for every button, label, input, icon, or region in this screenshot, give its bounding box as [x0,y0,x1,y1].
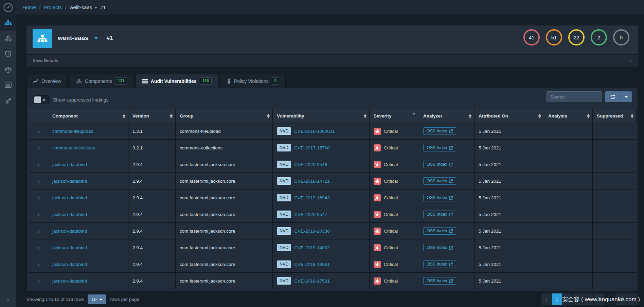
analyzer-oss-index-button[interactable]: OSS Index [423,244,456,251]
group-cell: com.fasterxml.jackson.core [180,195,235,200]
breadcrumb-home-link[interactable]: Home [22,4,36,10]
expand-row-chevron[interactable]: › [29,256,48,272]
column-header[interactable] [29,109,48,123]
tab-badge: 131 [115,77,127,84]
cve-link[interactable]: CVE-2018-19361 [294,262,329,267]
app-logo[interactable] [0,0,16,15]
tab-policy-violations[interactable]: Policy Violations 0 [220,74,286,88]
analyzer-oss-index-button[interactable]: OSS Index [423,227,456,235]
sidebar-item-administration[interactable] [0,93,16,109]
table-header-row: Component Version Group Vulne [29,109,636,123]
breadcrumb-project-name: weiit-saas [70,4,92,10]
column-header[interactable]: Analyzer [419,109,475,123]
group-cell: com.fasterxml.jackson.core [180,262,235,267]
expand-row-chevron[interactable]: › [29,156,48,173]
columns-dropdown-button[interactable] [621,91,632,102]
column-header[interactable]: Version [128,109,176,123]
column-header-label: Component [52,113,78,119]
column-header[interactable]: Suppressed [593,109,637,123]
page-size-select[interactable]: 10 [88,294,106,304]
expand-row-chevron[interactable]: › [29,140,48,156]
analyzer-oss-index-button[interactable]: OSS Index [423,260,456,268]
cve-link[interactable]: CVE-2019-14892 [294,245,329,250]
component-link[interactable]: jackson-databind [52,229,87,234]
column-header[interactable]: Vulnerability [273,109,370,123]
sidebar-item-projects[interactable] [0,15,16,31]
external-link-icon [449,179,453,183]
showing-rows-text: Showing 1 to 10 of 116 rows [26,297,84,302]
sidebar-item-licenses[interactable] [0,62,16,77]
analyzer-oss-index-button[interactable]: OSS Index [423,127,456,135]
column-header[interactable]: Component [48,109,128,123]
analyzer-oss-index-button[interactable]: OSS Index [423,194,456,201]
expand-row-chevron[interactable]: › [29,206,48,222]
component-link[interactable]: jackson-databind [52,195,87,200]
component-link[interactable]: jackson-databind [52,245,87,250]
column-header[interactable]: Severity [370,109,419,123]
table-row: › jackson-databind 2.9.4 com.fasterxml.j… [29,173,636,189]
analyzer-label: OSS Index [427,229,447,233]
show-suppressed-toggle[interactable]: × [33,95,49,104]
analyzer-oss-index-button[interactable]: OSS Index [423,144,456,151]
expand-row-chevron[interactable]: › [29,173,48,189]
tab-components[interactable]: Components 131 [70,74,133,88]
analyzer-oss-index-button[interactable]: OSS Index [423,211,456,218]
expand-row-chevron[interactable]: › [29,273,48,289]
component-link[interactable]: jackson-databind [52,262,87,267]
component-link[interactable]: commons-fileupload [52,129,93,134]
cve-link[interactable]: CVE-2016-1000031 [294,129,335,134]
severity-label: Critical [384,195,398,200]
external-link-icon [449,263,453,266]
metric-ring-value: 41 [529,35,535,40]
analyzer-label: OSS Index [427,212,447,217]
expand-row-chevron[interactable]: › [29,189,48,206]
sidebar-item-components[interactable] [0,31,16,46]
tab-overview[interactable]: Overview [26,74,68,88]
search-input[interactable] [547,91,602,102]
cve-link[interactable]: CVE-2019-20330 [294,229,329,234]
cve-link[interactable]: CVE-2019-16943 [294,195,329,200]
sidebar-item-vulnerabilities[interactable] [0,46,16,62]
expand-row-chevron[interactable]: › [29,239,48,256]
analyzer-oss-index-button[interactable]: OSS Index [423,277,456,285]
cve-link[interactable]: CVE-2020-9546 [294,162,327,167]
column-header-label: Vulnerability [277,113,304,119]
component-link[interactable]: jackson-databind [52,278,87,284]
sidebar-item-vulnerability-audit[interactable] [0,77,16,93]
view-details-bar[interactable]: View Details › [26,54,638,67]
analyzer-oss-index-button[interactable]: OSS Index [423,161,456,168]
cve-link[interactable]: CVE-2017-15708 [294,145,329,150]
severity-badge [374,277,381,285]
column-header[interactable]: Group [176,109,273,123]
expand-row-chevron[interactable]: › [29,223,48,239]
breadcrumb-projects-link[interactable]: Projects [43,4,62,10]
attributed-on-cell: 5 Jan 2021 [479,278,501,284]
component-link[interactable]: jackson-databind [52,179,87,184]
project-version-dropdown-caret[interactable] [94,37,99,39]
refresh-button[interactable] [605,91,621,102]
show-suppressed-label: Show suppressed findings [53,97,108,103]
tab-audit-vulnerabilities[interactable]: Audit Vulnerabilities 116 [136,74,218,88]
component-link[interactable]: commons-collections [52,145,95,150]
cve-link[interactable]: CVE-2019-17531 [294,278,329,284]
cve-link[interactable]: CVE-2020-9547 [294,212,327,217]
breadcrumb-caret-icon: ▸ [95,5,97,9]
metric-ring: 2 [591,29,607,46]
column-header[interactable]: Analysis [544,109,593,123]
expand-row-chevron[interactable]: › [29,123,48,139]
external-link-icon [449,229,453,233]
vuln-source-badge: NVD [277,144,291,151]
attributed-on-cell: 5 Jan 2021 [479,229,501,234]
page-button[interactable]: ‹ [541,293,552,305]
table-row: › jackson-databind 2.9.4 com.fasterxml.j… [29,156,636,173]
bug-icon [375,162,380,167]
component-link[interactable]: jackson-databind [52,162,87,167]
chart-line-icon [33,79,38,84]
page-button[interactable]: 1 [552,293,562,305]
component-link[interactable]: jackson-databind [52,212,87,217]
toggle-knob [34,96,41,103]
cve-link[interactable]: CVE-2018-14721 [294,179,329,184]
analyzer-oss-index-button[interactable]: OSS Index [423,177,456,185]
column-header[interactable]: Attributed On [475,109,544,123]
sitemap-icon [4,20,12,26]
